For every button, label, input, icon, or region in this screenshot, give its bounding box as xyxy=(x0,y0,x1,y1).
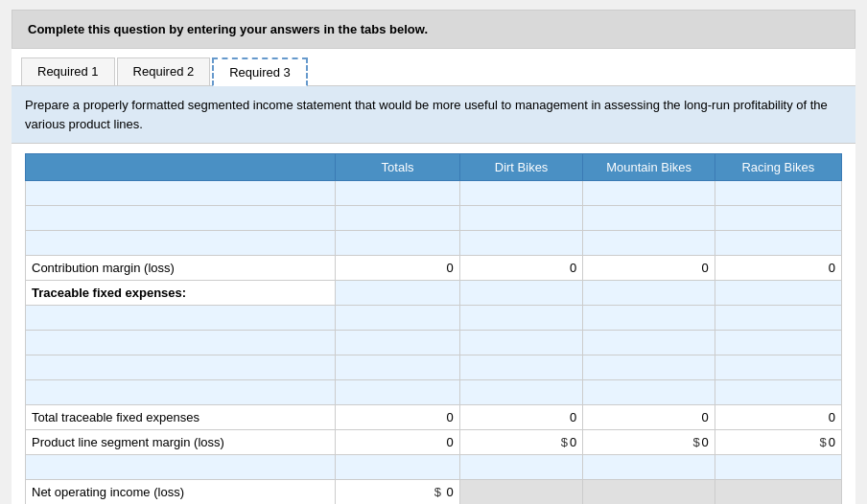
value-cell[interactable]: $0 xyxy=(715,430,841,455)
value-input[interactable] xyxy=(341,360,453,375)
value-input[interactable] xyxy=(466,186,577,200)
value-cell[interactable] xyxy=(583,231,715,256)
value-input[interactable] xyxy=(589,286,709,300)
value-input[interactable] xyxy=(466,236,577,250)
value-cell[interactable] xyxy=(336,355,459,380)
value-cell[interactable] xyxy=(459,331,583,355)
value-cell[interactable] xyxy=(336,281,459,306)
value-cell[interactable] xyxy=(583,206,715,231)
label-input[interactable] xyxy=(32,236,329,250)
value-input[interactable] xyxy=(589,186,709,200)
tab-required-1[interactable]: Required 1 xyxy=(21,57,115,86)
value-input[interactable] xyxy=(466,310,577,325)
value-cell[interactable] xyxy=(715,455,841,480)
value-input[interactable] xyxy=(589,460,709,474)
label-input[interactable] xyxy=(32,186,329,200)
label-input[interactable] xyxy=(32,211,329,225)
value-cell[interactable]: 0 xyxy=(715,256,841,281)
value-cell[interactable] xyxy=(459,380,583,405)
value-cell[interactable] xyxy=(715,206,841,231)
value-input[interactable] xyxy=(341,186,453,200)
value-input[interactable] xyxy=(341,286,453,300)
value-input[interactable] xyxy=(466,360,577,375)
value-cell[interactable] xyxy=(715,380,841,405)
value-cell[interactable] xyxy=(715,331,841,355)
value-cell[interactable]: 0 xyxy=(336,430,459,455)
value-cell[interactable] xyxy=(583,380,715,405)
value-cell[interactable] xyxy=(459,231,583,256)
value-cell[interactable] xyxy=(715,306,841,331)
value-cell[interactable] xyxy=(583,480,715,505)
value-cell[interactable] xyxy=(336,331,459,355)
value-cell[interactable]: 0 xyxy=(336,405,459,430)
tab-required-3[interactable]: Required 3 xyxy=(212,57,308,86)
value-cell[interactable] xyxy=(715,231,841,256)
value-cell[interactable] xyxy=(459,181,583,206)
value-cell[interactable] xyxy=(336,306,459,331)
value-cell[interactable] xyxy=(459,455,583,480)
label-input[interactable] xyxy=(32,310,329,325)
value-input[interactable] xyxy=(341,385,453,400)
label-input[interactable] xyxy=(32,335,329,350)
value-input[interactable] xyxy=(721,335,835,350)
value-cell[interactable]: $0 xyxy=(583,430,715,455)
value-cell[interactable] xyxy=(583,331,715,355)
value-cell[interactable] xyxy=(459,355,583,380)
value-input[interactable] xyxy=(589,310,709,325)
value-input[interactable] xyxy=(341,460,453,474)
value-cell[interactable] xyxy=(715,281,841,306)
value-cell[interactable]: 0 xyxy=(583,405,715,430)
value-cell[interactable] xyxy=(336,181,459,206)
label-input[interactable] xyxy=(32,385,329,400)
value-cell[interactable] xyxy=(459,206,583,231)
label-input[interactable] xyxy=(32,460,329,474)
value-cell[interactable]: $ 0 xyxy=(336,480,459,505)
value-input[interactable] xyxy=(721,310,835,325)
value-input[interactable] xyxy=(589,335,709,350)
value-cell[interactable] xyxy=(583,306,715,331)
value-input[interactable] xyxy=(721,385,835,400)
value-cell[interactable] xyxy=(336,231,459,256)
value-cell[interactable]: 0 xyxy=(459,405,583,430)
value-cell[interactable] xyxy=(336,380,459,405)
value-cell[interactable]: 0 xyxy=(336,256,459,281)
value-input[interactable] xyxy=(589,236,709,250)
value-input[interactable] xyxy=(721,186,835,200)
value-input[interactable] xyxy=(589,360,709,375)
value-input[interactable] xyxy=(721,460,835,474)
value-cell[interactable] xyxy=(336,455,459,480)
value-cell[interactable]: 0 xyxy=(715,405,841,430)
value-input[interactable] xyxy=(466,286,577,300)
value-cell[interactable] xyxy=(459,306,583,331)
value-cell[interactable] xyxy=(583,455,715,480)
value-cell[interactable] xyxy=(459,281,583,306)
value-cell[interactable] xyxy=(459,480,583,505)
value-cell[interactable] xyxy=(583,281,715,306)
value-cell[interactable]: $0 xyxy=(459,430,583,455)
value-input[interactable] xyxy=(466,385,577,400)
value-cell[interactable] xyxy=(715,355,841,380)
value-input[interactable] xyxy=(466,460,577,474)
value-input[interactable] xyxy=(341,335,453,350)
value-cell[interactable]: 0 xyxy=(459,256,583,281)
value-input[interactable] xyxy=(341,310,453,325)
value-input[interactable] xyxy=(721,360,835,375)
value-cell[interactable] xyxy=(583,355,715,380)
row-label xyxy=(26,331,336,355)
value-input[interactable] xyxy=(466,211,577,225)
value-input[interactable] xyxy=(721,236,835,250)
value-cell[interactable] xyxy=(715,480,841,505)
value-input[interactable] xyxy=(341,236,453,250)
value-input[interactable] xyxy=(589,211,709,225)
value-input[interactable] xyxy=(341,211,453,225)
value-cell[interactable] xyxy=(583,181,715,206)
value-input[interactable] xyxy=(721,286,835,300)
tab-required-2[interactable]: Required 2 xyxy=(117,57,211,86)
value-input[interactable] xyxy=(466,335,577,350)
value-cell[interactable]: 0 xyxy=(583,256,715,281)
value-input[interactable] xyxy=(589,385,709,400)
value-cell[interactable] xyxy=(715,181,841,206)
label-input[interactable] xyxy=(32,360,329,375)
value-cell[interactable] xyxy=(336,206,459,231)
value-input[interactable] xyxy=(721,211,835,225)
